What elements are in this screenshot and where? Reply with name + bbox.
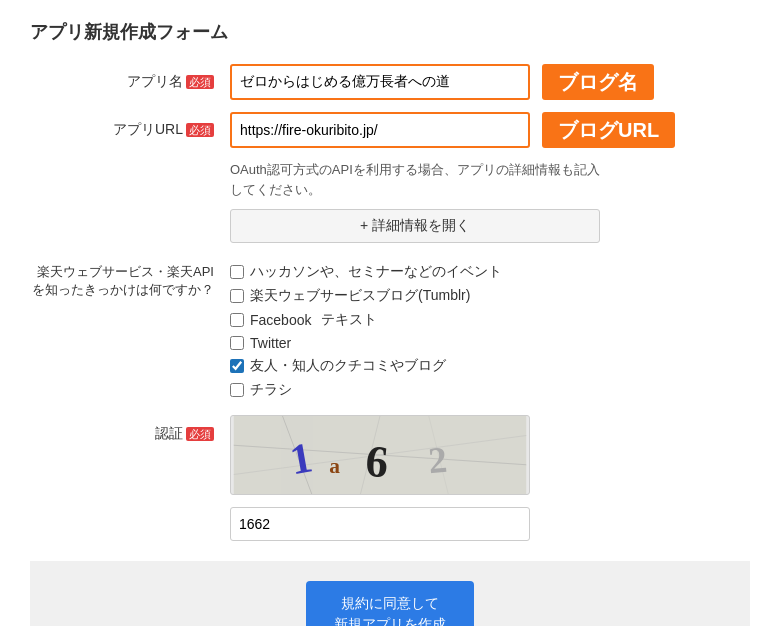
survey-option-2-label: 楽天ウェブサービスブログ(Tumblr): [250, 287, 470, 305]
blog-name-button[interactable]: ブログ名: [542, 64, 654, 100]
survey-option-6-label: チラシ: [250, 381, 292, 399]
app-url-row: アプリURL必須 ブログURL: [30, 112, 750, 148]
submit-section: 規約に同意して 新規アプリを作成: [30, 561, 750, 626]
app-url-required-badge: 必須: [186, 123, 214, 137]
svg-text:6: 6: [364, 436, 391, 488]
survey-checkbox-6[interactable]: [230, 383, 244, 397]
survey-label: 楽天ウェブサービス・楽天APIを知ったきっかけは何ですか？: [30, 263, 230, 399]
survey-option-6[interactable]: チラシ: [230, 381, 502, 399]
submit-btn-line2: 新規アプリを作成: [334, 616, 446, 626]
submit-btn-line1: 規約に同意して: [341, 595, 439, 611]
survey-row: 楽天ウェブサービス・楽天APIを知ったきっかけは何ですか？ ハッカソンや、セミナ…: [30, 263, 750, 399]
survey-checkbox-5[interactable]: [230, 359, 244, 373]
page-title: アプリ新規作成フォーム: [30, 20, 750, 44]
captcha-input[interactable]: [230, 507, 530, 541]
captcha-svg: 1 a 6 2: [231, 416, 529, 494]
app-name-required-badge: 必須: [186, 75, 214, 89]
app-url-input[interactable]: [230, 112, 530, 148]
oauth-note: OAuth認可方式のAPIを利用する場合、アプリの詳細情報も記入してください。: [230, 160, 610, 199]
captcha-input-row: [30, 507, 750, 541]
survey-option-2[interactable]: 楽天ウェブサービスブログ(Tumblr): [230, 287, 502, 305]
survey-checkbox-4[interactable]: [230, 336, 244, 350]
app-name-label: アプリ名必須: [30, 73, 230, 91]
survey-option-5-label: 友人・知人のクチコミやブログ: [250, 357, 446, 375]
survey-option-1-label: ハッカソンや、セミナーなどのイベント: [250, 263, 502, 281]
svg-text:a: a: [329, 454, 340, 478]
captcha-row: 認証必須 1 a 6 2: [30, 415, 750, 495]
captcha-label: 認証必須: [30, 415, 230, 443]
survey-options: ハッカソンや、セミナーなどのイベント 楽天ウェブサービスブログ(Tumblr) …: [230, 263, 502, 399]
survey-checkbox-3[interactable]: [230, 313, 244, 327]
survey-option-3-label: Facebook: [250, 312, 311, 328]
survey-option-3[interactable]: Facebook テキスト: [230, 311, 502, 329]
survey-checkbox-2[interactable]: [230, 289, 244, 303]
captcha-image: 1 a 6 2: [230, 415, 530, 495]
captcha-required-badge: 必須: [186, 427, 214, 441]
blog-url-button[interactable]: ブログURL: [542, 112, 675, 148]
details-button[interactable]: + 詳細情報を開く: [230, 209, 600, 243]
survey-option-4[interactable]: Twitter: [230, 335, 502, 351]
survey-option-4-label: Twitter: [250, 335, 291, 351]
survey-option-5[interactable]: 友人・知人のクチコミやブログ: [230, 357, 502, 375]
app-name-row: アプリ名必須 ブログ名: [30, 64, 750, 100]
page-container: アプリ新規作成フォーム アプリ名必須 ブログ名 アプリURL必須 ブログURL …: [0, 0, 780, 626]
app-name-input[interactable]: [230, 64, 530, 100]
details-btn-row: + 詳細情報を開く: [230, 209, 750, 243]
survey-option-1[interactable]: ハッカソンや、セミナーなどのイベント: [230, 263, 502, 281]
svg-text:2: 2: [427, 439, 449, 481]
survey-checkbox-1[interactable]: [230, 265, 244, 279]
text-annotation: テキスト: [321, 311, 377, 329]
submit-button[interactable]: 規約に同意して 新規アプリを作成: [306, 581, 474, 626]
app-url-label: アプリURL必須: [30, 121, 230, 139]
